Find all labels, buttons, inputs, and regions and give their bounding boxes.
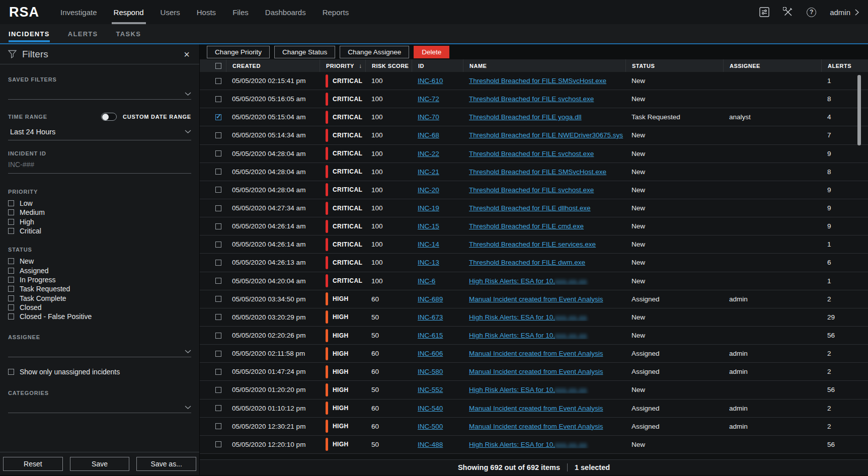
checkbox[interactable] [8, 277, 14, 283]
risk-score-column-header[interactable]: RISK SCORE [365, 59, 412, 72]
row-checkbox[interactable] [215, 351, 221, 357]
status-option[interactable]: Closed [8, 303, 191, 312]
row-checkbox[interactable] [215, 132, 221, 138]
custom-date-range-toggle[interactable] [101, 113, 117, 121]
incident-id-link[interactable]: INC-15 [418, 222, 439, 230]
priority-column-header[interactable]: PRIORITY ↓ [320, 59, 365, 72]
tools-icon[interactable] [783, 7, 793, 17]
incident-id-link[interactable]: INC-500 [418, 423, 443, 430]
help-icon[interactable]: ? [807, 8, 816, 17]
row-checkbox[interactable] [215, 369, 221, 375]
row-checkbox[interactable] [215, 169, 221, 175]
select-all-checkbox[interactable] [215, 63, 221, 69]
incident-id-link[interactable]: INC-70 [418, 113, 439, 121]
incident-id-link[interactable]: INC-610 [418, 77, 443, 85]
checkbox[interactable] [8, 369, 14, 375]
priority-option[interactable]: Low [8, 199, 191, 208]
incident-name-link[interactable]: Manual Incident created from Event Analy… [469, 350, 603, 357]
incident-name-link[interactable]: Threshold Breached for FILE dwm.exexxx.x… [469, 259, 585, 266]
incident-id-link[interactable]: INC-673 [418, 313, 443, 321]
status-option[interactable]: Task Requested [8, 284, 191, 293]
checkbox[interactable] [8, 258, 14, 264]
incident-name-link[interactable]: High Risk Alerts: ESA for 10.xxx.xx.xx [469, 441, 587, 448]
checkbox[interactable] [8, 313, 14, 320]
incident-name-link[interactable]: High Risk Alerts: ESA for 10.xxx.xx.xx [469, 332, 587, 339]
row-checkbox[interactable] [215, 260, 221, 266]
checkbox[interactable] [8, 295, 14, 301]
priority-option[interactable]: Medium [8, 208, 191, 217]
reset-button[interactable]: Reset [3, 457, 63, 471]
row-checkbox[interactable] [215, 333, 221, 339]
incident-name-link[interactable]: Threshold Breached for FILE NWEDriver306… [469, 131, 623, 139]
incident-name-link[interactable]: High Risk Alerts: ESA for 10.xxx.xx.xx [469, 277, 587, 285]
incident-id-link[interactable]: INC-21 [418, 168, 439, 176]
row-checkbox[interactable] [215, 314, 221, 320]
checkbox[interactable] [8, 268, 14, 274]
save-as-button[interactable]: Save as... [136, 457, 196, 471]
incident-id-link[interactable]: INC-20 [418, 186, 439, 194]
user-menu[interactable]: admin [830, 8, 859, 17]
incident-name-link[interactable]: Manual Incident created from Event Analy… [469, 405, 603, 412]
alerts-column-header[interactable]: ALERTS [821, 59, 868, 72]
categories-select[interactable] [8, 396, 191, 413]
status-option[interactable]: Task Complete [8, 293, 191, 302]
row-checkbox[interactable] [215, 278, 221, 284]
subnav-tab[interactable]: ALERTS [68, 24, 98, 43]
status-option[interactable]: Assigned [8, 266, 191, 275]
row-checkbox[interactable] [215, 242, 221, 248]
time-range-select[interactable]: Last 24 Hours [8, 128, 191, 140]
incident-id-link[interactable]: INC-540 [418, 405, 443, 412]
status-column-header[interactable]: STATUS [625, 59, 723, 72]
name-column-header[interactable]: NAME [463, 59, 625, 72]
incident-id-link[interactable]: INC-19 [418, 204, 439, 212]
checkbox[interactable] [8, 286, 14, 292]
incident-name-link[interactable]: Threshold Breached for FILE SMSvcHost.ex… [469, 77, 606, 85]
nav-item[interactable]: Reports [323, 0, 349, 24]
row-checkbox[interactable] [215, 205, 221, 211]
status-option[interactable]: In Progress [8, 275, 191, 284]
nav-item[interactable]: Investigate [60, 0, 97, 24]
priority-option[interactable]: Critical [8, 226, 191, 235]
nav-item[interactable]: Dashboards [265, 0, 306, 24]
incident-name-link[interactable]: High Risk Alerts: ESA for 10.xxx.xx.xx [469, 386, 587, 393]
incident-id-link[interactable]: INC-580 [418, 368, 443, 375]
nav-item[interactable]: Respond [114, 0, 144, 24]
incident-name-link[interactable]: Threshold Breached for FILE cmd.exexxx.x… [469, 222, 584, 230]
incident-id-link[interactable]: INC-606 [418, 350, 443, 357]
row-checkbox[interactable] [215, 78, 221, 84]
change-priority-button[interactable]: Change Priority [207, 46, 270, 58]
row-checkbox[interactable] [215, 150, 221, 156]
row-checkbox[interactable] [215, 223, 221, 229]
incident-id-link[interactable]: INC-13 [418, 259, 439, 266]
row-checkbox[interactable] [215, 423, 221, 429]
incident-name-link[interactable]: Threshold Breached for FILE svchost.exex… [469, 95, 594, 103]
incident-id-link[interactable]: INC-6 [418, 277, 435, 285]
save-button[interactable]: Save [70, 457, 130, 471]
delete-button[interactable]: Delete [414, 46, 449, 58]
row-checkbox[interactable] [215, 441, 221, 447]
incident-id-link[interactable]: INC-615 [418, 332, 443, 339]
incident-id-link[interactable]: INC-72 [418, 95, 439, 103]
incident-id-link[interactable]: INC-14 [418, 241, 439, 248]
incident-name-link[interactable]: High Risk Alerts: ESA for 10.xxx.xx.xx [469, 313, 587, 321]
row-checkbox[interactable] [215, 296, 221, 302]
created-column-header[interactable]: CREATED [226, 59, 320, 72]
close-filters-icon[interactable]: × [182, 49, 191, 59]
id-column-header[interactable]: ID [412, 59, 463, 72]
nav-item[interactable]: Hosts [197, 0, 216, 24]
assignee-select[interactable] [8, 340, 191, 357]
checkbox[interactable] [8, 200, 14, 206]
select-all-header[interactable] [200, 59, 226, 72]
incident-name-link[interactable]: Threshold Breached for FILE yoga.dllxxx.… [469, 113, 582, 121]
status-option[interactable]: Closed - False Positive [8, 312, 191, 321]
incident-id-link[interactable]: INC-689 [418, 295, 443, 303]
checkbox[interactable] [8, 228, 14, 234]
row-checkbox[interactable] [215, 96, 221, 102]
status-option[interactable]: New [8, 257, 191, 266]
checkbox[interactable] [8, 219, 14, 225]
incident-id-link[interactable]: INC-552 [418, 386, 443, 393]
incident-name-link[interactable]: Manual Incident created from Event Analy… [469, 295, 603, 303]
incident-name-link[interactable]: Threshold Breached for FILE services.exe… [469, 241, 596, 248]
row-checkbox[interactable] [215, 187, 221, 193]
unassigned-option[interactable]: Show only unassigned incidents [8, 367, 191, 376]
